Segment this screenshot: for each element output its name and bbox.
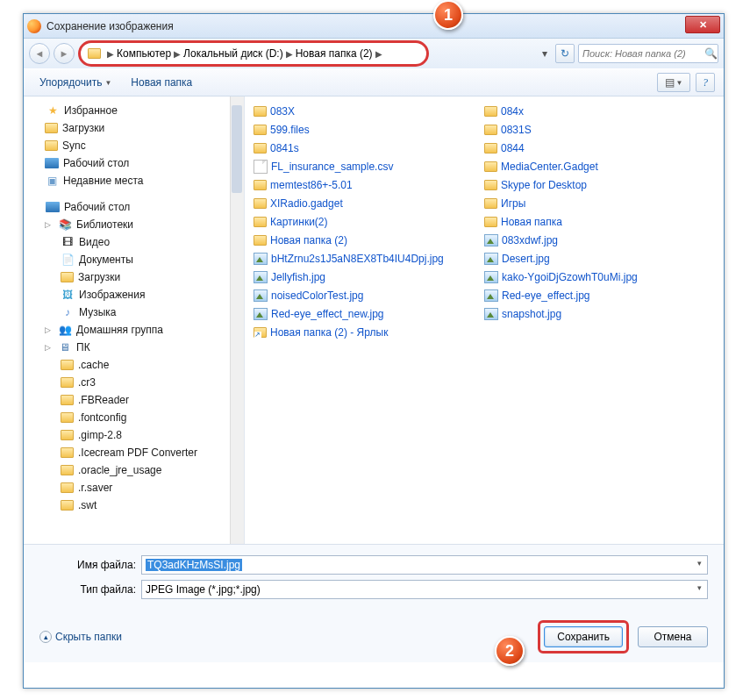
sidebar-item[interactable]: .FBReader [24, 391, 244, 409]
file-item[interactable]: Новая папка (2) [254, 231, 484, 249]
sidebar-item[interactable]: Загрузки [24, 119, 244, 137]
file-item[interactable]: Новая папка (2) - Ярлык [254, 323, 484, 341]
file-item[interactable]: Игры [484, 194, 715, 212]
folder-icon [484, 198, 497, 209]
filetype-label: Тип файла: [39, 583, 136, 596]
file-item[interactable]: Skype for Desktop [484, 175, 715, 194]
sidebar-item[interactable]: Рабочий стол [24, 154, 244, 172]
sidebar-favorites[interactable]: ★Избранное [24, 102, 244, 119]
filetype-value: JPEG Image (*.jpg;*.jpg) [146, 583, 261, 596]
sidebar-item[interactable]: .gimp-2.8 [24, 426, 244, 444]
file-item[interactable]: Jellyfish.jpg [254, 268, 484, 286]
file-item[interactable]: bHtZrnu2s1J5aN8EX8Tb4IU4Dpj.jpg [254, 249, 484, 268]
sidebar-item[interactable]: Sync [24, 137, 244, 154]
filetype-select[interactable]: JPEG Image (*.jpg;*.jpg) ▾ [141, 580, 708, 599]
filename-input[interactable]: TQ3adKHzMsSI.jpg ▾ [141, 555, 708, 575]
file-item[interactable]: 0844 [484, 139, 715, 157]
back-button[interactable]: ◄ [29, 43, 50, 64]
sidebar-item[interactable]: .cache [24, 356, 244, 374]
folder-icon [61, 412, 74, 423]
sidebar-homegroup[interactable]: ▷👥Домашняя группа [24, 321, 244, 339]
file-item[interactable]: Red-eye_effect_new.jpg [254, 304, 484, 323]
sidebar-item[interactable]: 📄Документы [24, 251, 244, 268]
sidebar-item[interactable]: .Icecream PDF Converter [24, 444, 244, 461]
folder-icon [254, 143, 267, 154]
sidebar-item[interactable]: 🖼Изображения [24, 286, 244, 304]
file-item[interactable]: Новая папка [484, 212, 715, 231]
titlebar: Сохранение изображения ✕ [24, 14, 724, 39]
filename-value: TQ3adKHzMsSI.jpg [146, 559, 242, 571]
search-input[interactable] [582, 48, 704, 59]
chevron-right-icon: ▶ [286, 49, 293, 59]
file-item[interactable]: 083X [254, 102, 484, 120]
chevron-down-icon[interactable]: ▾ [693, 583, 705, 596]
chevron-right-icon: ▶ [107, 49, 114, 59]
hide-folders-button[interactable]: ▴ Скрыть папки [39, 631, 122, 643]
folder-icon [61, 500, 74, 511]
sidebar-item[interactable]: .cr3 [24, 374, 244, 391]
folder-icon [88, 48, 101, 59]
sidebar-libraries[interactable]: ▷📚Библиотеки [24, 216, 244, 233]
file-item[interactable]: Red-eye_effect.jpg [484, 286, 715, 304]
folder-icon [254, 217, 267, 227]
document-icon: 📄 [61, 253, 75, 267]
sidebar-item[interactable]: ♪Музыка [24, 304, 244, 321]
refresh-button[interactable]: ↻ [555, 44, 575, 63]
sidebar-item[interactable]: .swt [24, 496, 244, 514]
folder-icon [61, 272, 74, 282]
folder-icon [484, 106, 497, 117]
close-button[interactable]: ✕ [685, 16, 720, 33]
sidebar-item[interactable]: Загрузки [24, 268, 244, 286]
scrollbar-thumb[interactable] [232, 105, 242, 193]
sidebar-item[interactable]: .fontconfig [24, 409, 244, 426]
help-button[interactable]: ? [696, 73, 715, 92]
new-folder-button[interactable]: Новая папка [124, 75, 199, 90]
organize-button[interactable]: Упорядочить ▼ [32, 75, 118, 90]
file-item[interactable]: 083xdwf.jpg [484, 231, 715, 249]
sidebar: ★Избранное Загрузки Sync Рабочий стол ▣Н… [24, 96, 245, 544]
file-item[interactable]: snapshot.jpg [484, 304, 715, 323]
file-item[interactable]: XIRadio.gadget [254, 194, 484, 212]
sidebar-item[interactable]: ▣Недавние места [24, 172, 244, 189]
scrollbar[interactable] [230, 96, 244, 544]
breadcrumb-seg[interactable]: Локальный диск (D:) [183, 47, 283, 60]
address-bar[interactable]: ▶ Компьютер ▶ Локальный диск (D:) ▶ Нова… [78, 40, 429, 67]
filename-label: Имя файла: [39, 559, 136, 571]
file-item[interactable]: 084x [484, 102, 715, 120]
sidebar-item[interactable]: .oracle_jre_usage [24, 461, 244, 479]
cancel-button[interactable]: Отмена [638, 626, 708, 647]
file-item[interactable]: Desert.jpg [484, 249, 715, 268]
image-icon [254, 253, 268, 265]
breadcrumb-seg[interactable]: Компьютер [117, 47, 171, 60]
image-icon [254, 308, 268, 320]
sidebar-item[interactable]: .r.saver [24, 479, 244, 496]
chevron-right-icon: ▶ [375, 49, 382, 59]
chevron-right-icon: ▶ [174, 49, 181, 59]
view-mode-button[interactable]: ▤▼ [657, 73, 690, 92]
folder-icon [254, 125, 267, 135]
file-item[interactable]: noisedColorTest.jpg [254, 286, 484, 304]
desktop-icon [46, 202, 60, 212]
file-item[interactable]: 0831S [484, 120, 715, 139]
sidebar-desktop[interactable]: Рабочий стол [24, 198, 244, 216]
file-item[interactable]: memtest86+-5.01 [254, 175, 484, 194]
file-item[interactable]: 599.files [254, 120, 484, 139]
breadcrumb-seg[interactable]: Новая папка (2) [296, 47, 373, 60]
save-button[interactable]: Сохранить [544, 626, 623, 647]
file-item[interactable]: Картинки(2) [254, 212, 484, 231]
file-item[interactable]: kako-YgoiDjGzowhT0uMi.jpg [484, 268, 715, 286]
file-item[interactable]: MediaCenter.Gadget [484, 157, 715, 175]
chevron-down-icon[interactable]: ▾ [693, 559, 705, 571]
sidebar-computer[interactable]: ▷🖥ПК [24, 339, 244, 356]
folder-icon [61, 447, 74, 458]
video-icon: 🎞 [61, 235, 75, 249]
image-icon [254, 271, 268, 283]
search-box[interactable]: 🔍 [578, 44, 718, 63]
file-item[interactable]: 0841s [254, 139, 484, 157]
folder-icon [61, 360, 74, 370]
callout-badge-1: 1 [433, 0, 463, 30]
sidebar-item[interactable]: 🎞Видео [24, 233, 244, 251]
address-dropdown[interactable]: ▾ [538, 47, 552, 60]
forward-button[interactable]: ► [54, 43, 75, 64]
file-item[interactable]: FL_insurance_sample.csv [254, 157, 484, 175]
